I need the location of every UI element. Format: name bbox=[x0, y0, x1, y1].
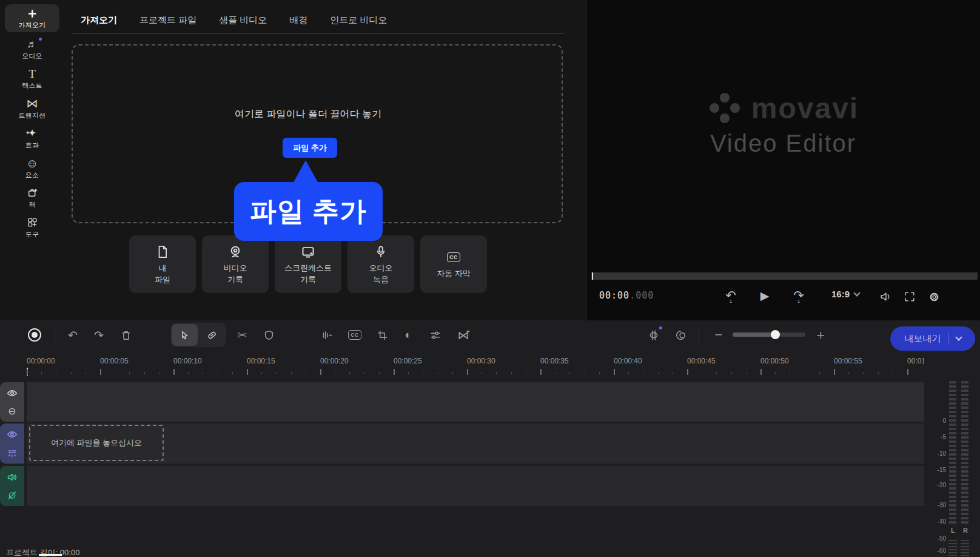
audio-track-header bbox=[0, 466, 24, 506]
audio-track-lane[interactable] bbox=[27, 466, 924, 506]
video-track: 여기에 파일을 놓으십시오 bbox=[0, 424, 924, 464]
ruler-tick bbox=[863, 372, 864, 374]
tab-project-files[interactable]: 프로젝트 파일 bbox=[139, 15, 196, 26]
add-files-button[interactable]: 파일 추가 bbox=[283, 138, 337, 158]
meter-db-label: -30 bbox=[938, 502, 946, 508]
previous-frame-button[interactable]: ↶1 bbox=[721, 285, 740, 306]
meter-db-label: -20 bbox=[938, 482, 946, 488]
tab-sample-videos[interactable]: 샘플 비디오 bbox=[219, 15, 267, 26]
notification-dot bbox=[39, 38, 42, 41]
meter-bar-left bbox=[949, 381, 956, 525]
record-video-button[interactable]: 비디오 기록 bbox=[202, 235, 269, 293]
tab-backgrounds[interactable]: 배경 bbox=[289, 15, 307, 26]
ruler-tick bbox=[599, 372, 600, 374]
sidebar-item-transitions[interactable]: ⋈ 트랜지션 bbox=[5, 95, 59, 123]
seek-bar[interactable] bbox=[591, 272, 978, 280]
trim-tool-button[interactable] bbox=[199, 324, 225, 346]
ruler-tick bbox=[878, 372, 879, 374]
track-dropzone[interactable]: 여기에 파일을 놓으십시오 bbox=[29, 425, 164, 461]
linking-button[interactable] bbox=[670, 324, 691, 346]
beat-detection-button[interactable] bbox=[643, 324, 665, 346]
import-tabs: 가져오기 프로젝트 파일 샘플 비디오 배경 인트로 비디오 bbox=[72, 7, 564, 34]
chevron-down-icon bbox=[853, 289, 860, 296]
file-icon bbox=[156, 245, 169, 259]
track-link-icon[interactable] bbox=[6, 406, 18, 417]
overlay-track-lane[interactable] bbox=[27, 382, 924, 422]
add-transition-button[interactable]: ⋈+ bbox=[452, 324, 474, 346]
button-label: 기록 bbox=[300, 275, 316, 285]
aspect-ratio-select[interactable]: 16:9 bbox=[831, 289, 859, 299]
video-track-lane[interactable]: 여기에 파일을 놓으십시오 bbox=[27, 424, 924, 464]
record-audio-button[interactable]: 오디오 녹음 bbox=[347, 235, 414, 293]
tab-intro-videos[interactable]: 인트로 비디오 bbox=[330, 15, 387, 26]
track-unlink-icon[interactable] bbox=[6, 490, 18, 501]
track-visibility-eye-icon[interactable] bbox=[6, 429, 18, 440]
my-files-button[interactable]: 내 파일 bbox=[129, 235, 196, 293]
marker-button[interactable] bbox=[258, 324, 280, 346]
ruler-label: 00:00:30 bbox=[467, 357, 495, 365]
meter-db-label: -15 bbox=[938, 467, 946, 473]
edit-tools-group bbox=[170, 323, 226, 347]
scroll-indicator bbox=[39, 554, 62, 556]
overlay-track bbox=[0, 382, 924, 422]
captions-button[interactable]: CC bbox=[344, 324, 366, 346]
ruler-tick bbox=[687, 369, 688, 375]
zoom-in-button[interactable]: ＋ bbox=[811, 324, 830, 346]
ruler-tick bbox=[86, 372, 86, 374]
sidebar-item-effects[interactable]: ✦✦ 효과 bbox=[5, 124, 59, 152]
crop-button[interactable] bbox=[371, 324, 393, 346]
settings-gear-icon[interactable] bbox=[925, 288, 943, 306]
fullscreen-button[interactable] bbox=[901, 288, 919, 306]
export-button[interactable]: 내보내기 bbox=[890, 326, 975, 351]
zoom-out-button[interactable]: − bbox=[710, 324, 728, 346]
properties-sliders-button[interactable] bbox=[425, 324, 446, 346]
split-scissors-button[interactable]: ✂ bbox=[231, 324, 253, 346]
sidebar-item-import[interactable]: ＋ 가져오기 bbox=[5, 4, 59, 32]
sidebar-item-packs[interactable]: 팩 bbox=[5, 184, 59, 212]
next-frame-button[interactable]: ↷1 bbox=[789, 285, 808, 306]
file-dropzone[interactable]: 여기로 파일이나 폴더 끌어다 놓기 파일 추가 bbox=[72, 44, 563, 223]
button-label: 스크린캐스트 bbox=[284, 263, 332, 273]
audio-levels-button[interactable] bbox=[317, 324, 338, 346]
sidebar-item-tools[interactable]: 도구 bbox=[5, 214, 59, 241]
ruler-label: 00:00:50 bbox=[760, 357, 789, 365]
timeline-ruler[interactable]: 00:00:0000:00:0500:00:1000:00:1500:00:20… bbox=[0, 354, 924, 379]
meter-db-label: -40 bbox=[938, 518, 946, 525]
sidebar: ＋ 가져오기 ♬ 오디오 T 텍스트 ⋈ 트랜지션 ✦✦ 효과 ☺ 요소 bbox=[0, 0, 63, 320]
record-button[interactable] bbox=[24, 324, 45, 346]
sidebar-item-label: 도구 bbox=[25, 230, 39, 239]
ruler-tick bbox=[673, 372, 673, 374]
audio-track bbox=[0, 466, 924, 506]
import-panel: ＋ 가져오기 ♬ 오디오 T 텍스트 ⋈ 트랜지션 ✦✦ 효과 ☺ 요소 bbox=[0, 0, 586, 320]
export-label: 내보내기 bbox=[905, 333, 941, 345]
toolbar-separator bbox=[55, 329, 55, 342]
undo-button[interactable]: ↶ bbox=[62, 324, 84, 346]
track-visibility-eye-icon[interactable] bbox=[6, 388, 18, 399]
ruler-tick bbox=[71, 372, 72, 374]
ruler-tick bbox=[188, 372, 189, 374]
play-button[interactable]: ▶ bbox=[755, 285, 774, 306]
auto-captions-button[interactable]: CC 자동 자막 bbox=[420, 235, 487, 293]
seek-playhead[interactable] bbox=[592, 272, 593, 280]
track-mute-speaker-icon[interactable] bbox=[6, 471, 18, 482]
track-effects-icon[interactable] bbox=[6, 447, 18, 458]
zoom-slider-thumb[interactable] bbox=[771, 330, 780, 339]
ruler-tick bbox=[349, 372, 350, 374]
record-screencast-button[interactable]: 스크린캐스트 기록 bbox=[275, 235, 341, 293]
sidebar-item-audio[interactable]: ♬ 오디오 bbox=[5, 35, 59, 63]
color-adjust-button[interactable]: ◐ bbox=[397, 324, 419, 346]
ruler-label: 00:00:10 bbox=[173, 357, 202, 365]
redo-button[interactable]: ↷ bbox=[88, 324, 110, 346]
delete-button[interactable] bbox=[115, 324, 137, 346]
timeline-zoom-slider[interactable] bbox=[733, 333, 805, 337]
sidebar-item-text[interactable]: T 텍스트 bbox=[5, 65, 59, 93]
volume-button[interactable] bbox=[877, 288, 895, 306]
tab-import[interactable]: 가져오기 bbox=[81, 15, 117, 26]
pointer-tool-button[interactable] bbox=[172, 324, 198, 346]
ruler-tick bbox=[394, 369, 395, 375]
sidebar-item-elements[interactable]: ☺ 요소 bbox=[5, 154, 59, 182]
ruler-label: 00:01:0 bbox=[907, 357, 924, 365]
ruler-tick bbox=[218, 372, 218, 374]
ruler-tick bbox=[379, 372, 380, 374]
ruler-tick bbox=[731, 372, 732, 374]
